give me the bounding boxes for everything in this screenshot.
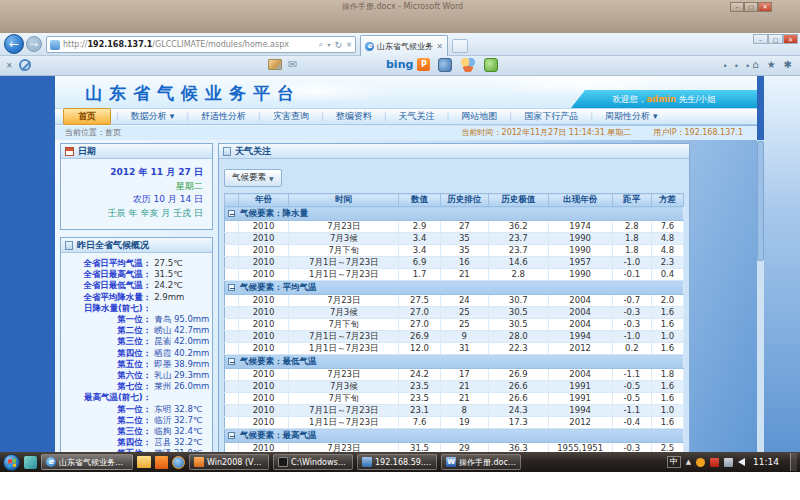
- stat-row: 全省日最高气温：31.5℃: [63, 269, 210, 280]
- search-provider-icon[interactable]: P: [417, 58, 430, 71]
- table-row[interactable]: 20107月下旬23.52126.61991-0.51.6: [225, 393, 684, 405]
- home-icon[interactable]: ⌂: [752, 59, 758, 70]
- current-time: 当前时间：2012年11月27日 11:14:31 星期二: [462, 126, 632, 140]
- nav-item-2[interactable]: 舒适性分析: [190, 110, 257, 123]
- forward-button[interactable]: →: [26, 36, 42, 52]
- collapse-icon[interactable]: [228, 358, 235, 365]
- minimize-icon[interactable]: –: [730, 2, 744, 12]
- table-row[interactable]: 20101月1日～7月23日12.03122.320120.21.6: [225, 343, 684, 355]
- taskbar-task-2[interactable]: 192.168.59.99...: [357, 454, 437, 470]
- nav-item-7[interactable]: 国家下行产品: [513, 110, 589, 123]
- back-button[interactable]: ←: [4, 34, 24, 54]
- maximize-icon[interactable]: ▢: [768, 34, 783, 44]
- tab-title[interactable]: 山东省气候业务平...: [377, 41, 433, 52]
- paw-icon[interactable]: [461, 58, 475, 72]
- table-header-cell: 方差: [651, 194, 683, 207]
- summary-panel-title: 昨日全省气候概况: [77, 239, 149, 252]
- app-icon[interactable]: [155, 456, 168, 469]
- taskbar-clock[interactable]: 11:14: [750, 457, 785, 467]
- table-row[interactable]: 20107月下旬27.02530.52004-0.31.6: [225, 319, 684, 331]
- taskbar-task-ie[interactable]: e 山东省气候业务平台: [41, 454, 133, 470]
- tray-expand-icon[interactable]: ▲: [686, 458, 691, 466]
- collapse-icon[interactable]: [228, 432, 235, 439]
- table-group-header[interactable]: 气候要素：降水量: [225, 207, 684, 221]
- url-text[interactable]: http://192.168.137.1/GLCCLIMATE/modules/…: [63, 40, 319, 49]
- browser-toolbar: ← → http://192.168.137.1/GLCCLIMATE/modu…: [0, 33, 800, 56]
- address-bar[interactable]: http://192.168.137.1/GLCCLIMATE/modules/…: [46, 36, 356, 53]
- nav-item-1[interactable]: 数据分析 ▾: [120, 110, 185, 123]
- table-header-cell: 时间: [289, 194, 399, 207]
- blocker-icon[interactable]: [19, 59, 31, 71]
- maximize-icon[interactable]: ▢: [744, 2, 758, 12]
- collapse-icon[interactable]: [228, 210, 235, 217]
- close-icon[interactable]: ✕: [783, 34, 798, 44]
- refresh-icon[interactable]: ↻: [335, 40, 343, 50]
- taskbar-task-0[interactable]: Win2008 (VS2...: [189, 454, 269, 470]
- table-row[interactable]: 20107月1日～7月23日6.91614.61957-1.02.3: [225, 257, 684, 269]
- table-row[interactable]: 20107月下旬3.43523.719901.84.8: [225, 245, 684, 257]
- date-panel-title: 日期: [78, 145, 96, 158]
- table-row[interactable]: 20107月3候3.43523.719901.84.8: [225, 233, 684, 245]
- stop-icon[interactable]: ✕: [346, 41, 352, 49]
- people-icon[interactable]: [484, 58, 498, 72]
- start-button[interactable]: [3, 454, 20, 471]
- table-group-header[interactable]: 气候要素：最高气温: [225, 429, 684, 443]
- more-options-icon[interactable]: • • •: [723, 62, 752, 71]
- climate-element-button[interactable]: 气候要素▼: [224, 169, 282, 187]
- table-group-header[interactable]: 气候要素：最低气温: [225, 355, 684, 369]
- table-row[interactable]: 20107月23日24.21726.92004-1.11.8: [225, 369, 684, 381]
- stats-section-header: 日降水量(前七)：: [63, 303, 210, 314]
- tab-close-icon[interactable]: ✕: [436, 42, 443, 51]
- camera-icon[interactable]: [438, 58, 452, 72]
- taskbar-task-3[interactable]: W操作手册.docx ...: [441, 454, 521, 470]
- date-panel: 日期 2012 年 11 月 27 日 星期二 农历 10 月 14 日 壬辰 …: [60, 143, 213, 230]
- stat-row: 全省平均降水量：2.9mm: [63, 292, 210, 303]
- nav-item-6[interactable]: 网站地图: [450, 110, 508, 123]
- table-row[interactable]: 20107月1日～7月23日26.9928.01994-1.01.0: [225, 331, 684, 343]
- snapshot-icon[interactable]: [268, 59, 282, 70]
- table-group-header[interactable]: 气候要素：平均气温: [225, 281, 684, 295]
- collapse-icon[interactable]: [228, 284, 235, 291]
- welcome-banner: 欢迎您，admin 先生/小姐: [571, 90, 757, 108]
- chevron-down-icon: ▼: [269, 175, 274, 182]
- action-center-flag-icon[interactable]: [710, 458, 719, 467]
- nav-item-8[interactable]: 周期性分析 ▾: [594, 110, 668, 123]
- browser-tab[interactable]: e 山东省气候业务平... ✕: [360, 35, 448, 56]
- network-icon[interactable]: [724, 458, 733, 467]
- tray-app-icon[interactable]: [696, 458, 705, 467]
- taskbar-task-1[interactable]: C:\Windows\s...: [273, 454, 353, 470]
- stat-row: 第二位：崂山 42.7mm: [63, 325, 210, 336]
- dropdown-icon[interactable]: ▾: [328, 41, 331, 48]
- table-row[interactable]: 20107月1日～7月23日23.1824.31994-1.11.0: [225, 405, 684, 417]
- bing-logo[interactable]: bing: [386, 58, 413, 71]
- nav-item-4[interactable]: 整编资料: [325, 110, 383, 123]
- new-tab-button[interactable]: [452, 39, 468, 53]
- table-row[interactable]: 20107月23日31.52936.31955,1951-0.32.5: [225, 443, 684, 453]
- table-row[interactable]: 20107月3候23.52126.61991-0.51.6: [225, 381, 684, 393]
- toolbar-close-icon[interactable]: ✕: [6, 61, 13, 70]
- table-header-cell: 历史排位: [440, 194, 488, 207]
- table-row[interactable]: 20101月1日～7月23日7.61917.32012-0.41.6: [225, 417, 684, 429]
- media-player-icon[interactable]: [172, 456, 185, 469]
- scrollbar-thumb[interactable]: [757, 141, 764, 261]
- search-icon[interactable]: ⌕: [319, 39, 324, 50]
- table-row[interactable]: 20107月3候27.02530.52004-0.31.6: [225, 307, 684, 319]
- stat-row: 第七位：莱州 26.0mm: [63, 381, 210, 392]
- minimize-icon[interactable]: –: [753, 34, 768, 44]
- favorites-star-icon[interactable]: ★: [767, 59, 776, 70]
- table-row[interactable]: 20101月1日～7月23日1.7212.81990-0.10.4: [225, 269, 684, 281]
- nav-item-3[interactable]: 灾害查询: [262, 110, 320, 123]
- vertical-scrollbar[interactable]: [757, 140, 764, 452]
- mail-icon[interactable]: ✉: [288, 59, 297, 70]
- explorer-icon[interactable]: [137, 456, 151, 468]
- settings-gear-icon[interactable]: ✱: [784, 59, 792, 70]
- table-row[interactable]: 20107月23日2.92736.219742.87.6: [225, 221, 684, 233]
- nav-item-0[interactable]: 首页: [63, 108, 111, 125]
- volume-icon[interactable]: [738, 458, 745, 466]
- quick-launch-icon[interactable]: [24, 456, 37, 469]
- nav-item-5[interactable]: 天气关注: [388, 110, 446, 123]
- table-row[interactable]: 20107月23日27.52430.72004-0.72.0: [225, 295, 684, 307]
- show-desktop-button[interactable]: [790, 453, 797, 471]
- close-icon[interactable]: ✕: [758, 2, 772, 12]
- input-language-indicator[interactable]: 中: [667, 456, 681, 468]
